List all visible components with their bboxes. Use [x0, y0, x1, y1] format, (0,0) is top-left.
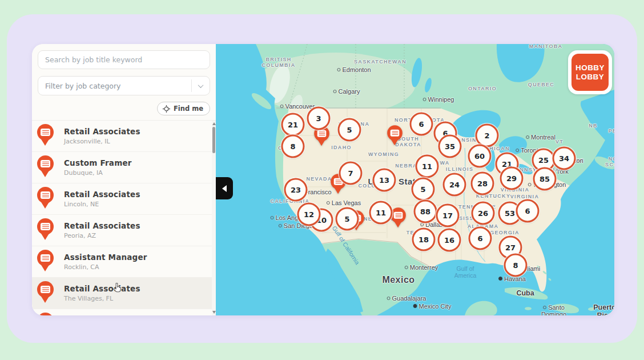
sidebar: Filter by job category Find me: [32, 44, 216, 315]
map-cluster-marker[interactable]: 85: [533, 167, 557, 191]
map-cluster-marker[interactable]: 5: [338, 118, 361, 142]
map-cluster-marker[interactable]: 28: [471, 172, 494, 195]
map-cluster-marker[interactable]: 13: [373, 169, 396, 192]
hobby-lobby-logo: HOBBY LOBBY: [568, 50, 612, 94]
map-cluster-marker[interactable]: 16: [438, 229, 461, 252]
pin-logo: [391, 130, 400, 137]
map-cluster-marker[interactable]: 11: [416, 155, 439, 178]
map-cluster-marker[interactable]: 5: [412, 178, 435, 201]
map-cluster-marker[interactable]: 21: [281, 113, 305, 137]
map-cluster-marker[interactable]: 7: [339, 162, 363, 185]
job-list-item[interactable]: Retail Associates Lincoln, NE: [32, 183, 216, 215]
scrollbar-up-arrow[interactable]: [212, 122, 216, 125]
job-title: Retail Associates: [64, 284, 140, 293]
job-text: Retail Associates Peoria, AZ: [64, 221, 140, 239]
job-list-item[interactable]: Assistant Manager Rocklin, CA: [32, 246, 216, 278]
hobby-lobby-pin-icon: [37, 218, 54, 242]
hobby-lobby-pin-icon: [37, 187, 54, 211]
pin-tail: [334, 187, 343, 194]
map-cluster-marker[interactable]: 26: [472, 202, 495, 225]
map-cluster-marker[interactable]: 29: [500, 167, 524, 190]
job-list-item[interactable]: Retail Associates The Villages, FL: [32, 278, 216, 309]
pin-logo: [41, 191, 50, 199]
map-cluster-marker[interactable]: 12: [297, 203, 321, 226]
pin-logo: [41, 129, 50, 136]
job-text: Retail Associates Jacksonville, IL: [64, 127, 140, 145]
category-filter-select[interactable]: Filter by job category: [38, 76, 210, 95]
map-canvas[interactable]: MANITOBABRITISH COLUMBIASASKATCHEWANONTA…: [216, 44, 614, 315]
map-cluster-marker[interactable]: 8: [281, 135, 305, 158]
find-me-button[interactable]: Find me: [157, 102, 210, 115]
map-cluster-marker[interactable]: 18: [412, 228, 436, 251]
pin-tail: [41, 170, 50, 177]
pin-tail: [41, 201, 50, 209]
map-cluster-marker[interactable]: 60: [468, 145, 492, 168]
hobby-lobby-pin-icon: [37, 281, 54, 305]
map-cluster-marker[interactable]: 5: [336, 207, 359, 231]
map-pin-marker[interactable]: [387, 125, 403, 147]
job-location: Rocklin, CA: [64, 263, 147, 271]
pin-tail: [41, 264, 50, 271]
job-location: Dubuque, IA: [64, 169, 132, 177]
pin-tail: [41, 233, 50, 240]
chevron-down-icon: [198, 82, 204, 88]
job-text: Retail Associates The Villages, FL: [64, 284, 140, 302]
job-list: Retail Associates Jacksonville, IL Custo…: [32, 121, 216, 315]
job-text: Custom Framer Dubuque, IA: [64, 158, 132, 177]
scrollbar-thumb[interactable]: [212, 127, 215, 153]
job-list-item[interactable]: Retail Associates Peoria, AZ: [32, 215, 216, 246]
map-cluster-marker[interactable]: 34: [553, 147, 576, 170]
map-cluster-marker[interactable]: 6: [410, 113, 433, 136]
job-map-widget: Filter by job category Find me: [32, 44, 614, 315]
map-pin-marker[interactable]: [391, 207, 406, 230]
hobby-lobby-logo-text: HOBBY LOBBY: [571, 54, 609, 91]
job-list-item[interactable]: Retail Associates Jacksonville, IL: [32, 121, 216, 152]
pin-tail: [41, 138, 50, 146]
map-cluster-marker[interactable]: 17: [436, 204, 460, 227]
pin-tail: [317, 139, 326, 146]
pin-logo: [41, 160, 50, 167]
hobby-lobby-pin-icon: [37, 155, 54, 179]
map-cluster-marker[interactable]: 6: [469, 227, 492, 250]
job-text: Assistant Manager Rocklin, CA: [64, 253, 147, 271]
pin-tail: [41, 295, 50, 303]
map-cluster-marker[interactable]: 3: [307, 107, 331, 130]
job-list-container: Retail Associates Jacksonville, IL Custo…: [32, 120, 216, 315]
job-title: Retail Associates: [64, 127, 140, 136]
job-title: Retail Associates: [64, 221, 140, 230]
pin-tail: [394, 221, 402, 227]
job-location: Peoria, AZ: [64, 232, 140, 239]
job-text: Retail Associates Lincoln, NE: [64, 190, 140, 208]
hobby-lobby-pin-icon: [37, 250, 54, 274]
map-cluster-marker[interactable]: 8: [504, 254, 528, 277]
job-location: Lincoln, NE: [64, 201, 140, 208]
sidebar-controls: Filter by job category Find me: [32, 44, 216, 120]
search-input[interactable]: [38, 50, 210, 69]
collapse-arrow-icon: [222, 185, 227, 192]
job-list-item[interactable]: [32, 309, 216, 315]
job-title: Custom Framer: [64, 158, 132, 167]
cursor-pointer: [113, 283, 123, 296]
job-list-item[interactable]: Custom Framer Dubuque, IA: [32, 152, 216, 183]
pin-logo: [394, 212, 403, 219]
sidebar-collapse-button[interactable]: [216, 177, 233, 199]
pin-logo: [317, 130, 327, 137]
pin-tail: [391, 138, 399, 145]
pin-logo: [41, 254, 50, 262]
map-cluster-marker[interactable]: 11: [369, 201, 393, 225]
scrollbar-down-arrow[interactable]: [212, 311, 216, 314]
pin-logo: [41, 286, 50, 293]
map-cluster-marker[interactable]: 24: [443, 173, 466, 197]
map-markers: 2135866352602125341129857135242823101251…: [216, 44, 614, 315]
map-cluster-marker[interactable]: 6: [516, 199, 540, 223]
job-title: Assistant Manager: [64, 253, 147, 262]
crosshair-icon: [163, 105, 170, 113]
map-cluster-marker[interactable]: 2: [476, 124, 499, 147]
hobby-lobby-pin-icon: [37, 124, 54, 148]
map-cluster-marker[interactable]: 35: [438, 135, 462, 158]
find-me-label: Find me: [174, 105, 203, 113]
scrollbar[interactable]: [212, 121, 216, 315]
map-cluster-marker[interactable]: 23: [284, 178, 308, 202]
map-cluster-marker[interactable]: 88: [414, 200, 437, 223]
category-filter-label: Filter by job category: [45, 82, 191, 90]
